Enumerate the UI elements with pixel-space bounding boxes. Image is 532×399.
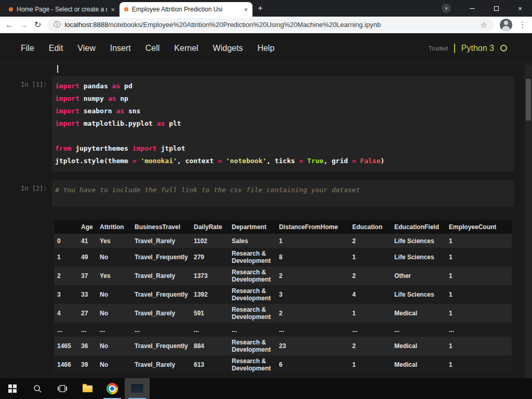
file-explorer-button[interactable] (75, 378, 100, 399)
table-cell: ... (276, 323, 349, 337)
table-row: 427NoTravel_Rarely591Research & Developm… (54, 304, 512, 323)
table-cell: 41 (78, 234, 97, 248)
start-button[interactable] (0, 378, 25, 399)
table-cell: 1102 (191, 234, 229, 248)
table-cell: 1373 (191, 267, 229, 285)
browser-tab-strip: Home Page - Select or create a no × Empl… (0, 0, 532, 17)
code-line: from jupyterthemes import jtplot (55, 142, 511, 155)
input-prompt: In [1]: (0, 76, 52, 171)
window-controls: ▾ × (442, 0, 532, 17)
chrome-taskbar-button[interactable] (100, 378, 125, 399)
table-cell: Research & Development (229, 304, 276, 323)
code-line: jtplot.style(theme = 'monokai', context … (55, 155, 511, 167)
table-cell: Sales (229, 234, 276, 248)
table-cell: 6 (276, 355, 349, 374)
code-line: import seaborn as sns (55, 105, 511, 117)
menu-cell[interactable]: Cell (145, 44, 160, 53)
back-button[interactable]: ← (5, 21, 14, 29)
taskbar-search-button[interactable] (25, 378, 50, 399)
table-cell: 0 (54, 234, 78, 248)
table-cell: 3 (276, 285, 349, 304)
table-cell: 27 (78, 304, 97, 323)
minimize-icon (470, 8, 475, 9)
table-cell: 1 (349, 248, 391, 267)
address-bar[interactable]: ⓘ localhost:8888/notebooks/Employee%20At… (47, 18, 494, 32)
browser-tab-home[interactable]: Home Page - Select or create a no × (4, 2, 119, 17)
tab-close-icon[interactable]: × (111, 6, 115, 14)
cell-above-remnant (0, 63, 532, 76)
table-cell: 1466 (54, 355, 78, 374)
tab-title: Home Page - Select or create a no (17, 6, 107, 13)
menu-insert[interactable]: Insert (110, 44, 131, 53)
close-button[interactable]: × (508, 0, 532, 17)
table-cell: ... (349, 323, 391, 337)
table-cell: 39 (78, 355, 97, 374)
kernel-name: Python 3 (461, 44, 494, 53)
table-cell: Travel_Frequently (131, 248, 191, 267)
active-app-taskbar-button[interactable] (125, 378, 150, 399)
table-cell: No (97, 337, 131, 355)
tab-search-button[interactable]: ▾ (442, 4, 451, 13)
table-cell: 8 (276, 248, 349, 267)
task-view-button[interactable] (50, 378, 75, 399)
site-info-icon[interactable]: ⓘ (54, 20, 60, 30)
tab-title: Employee Attrition Prediction Usi (132, 6, 240, 13)
maximize-button[interactable] (484, 0, 508, 17)
table-cell: 1 (446, 248, 512, 267)
table-cell: 49 (78, 248, 97, 267)
table-cell: Life Sciences (391, 248, 446, 267)
table-cell: ... (54, 323, 78, 337)
browser-tab-notebook[interactable]: Employee Attrition Prediction Usi × (119, 2, 252, 17)
table-cell: Research & Development (229, 248, 276, 267)
jupyter-favicon-icon (124, 7, 128, 11)
new-tab-button[interactable]: + (258, 3, 263, 14)
menu-view[interactable]: View (77, 44, 95, 53)
column-header: BusinessTravel (131, 220, 191, 234)
table-cell: ... (97, 323, 131, 337)
menu-kernel[interactable]: Kernel (174, 44, 198, 53)
menu-help[interactable]: Help (257, 44, 274, 53)
browser-toolbar: ← → ↻ ⓘ localhost:8888/notebooks/Employe… (0, 17, 532, 33)
table-row: 146536NoTravel_Frequently884Research & D… (54, 337, 512, 355)
app-window-icon (130, 383, 144, 394)
url-text[interactable]: localhost:8888/notebooks/Employee%20Attr… (64, 21, 476, 29)
table-cell: ... (446, 323, 512, 337)
code-cell-2: In [2]: # You have to include the full l… (0, 180, 532, 207)
table-cell: Life Sciences (391, 285, 446, 304)
table-cell: Medical (391, 355, 446, 374)
table-cell: Travel_Rarely (131, 355, 191, 374)
browser-menu-icon[interactable]: ⋮ (518, 20, 527, 30)
code-editor[interactable]: # You have to include the full link to t… (52, 180, 514, 207)
table-cell: 2 (54, 267, 78, 285)
table-cell: Travel_Rarely (131, 304, 191, 323)
tab-close-icon[interactable]: × (244, 6, 248, 14)
column-header: Age (78, 220, 97, 234)
code-cell-1: In [1]: import pandas as pdimport numpy … (0, 76, 532, 171)
bookmark-star-icon[interactable]: ☆ (481, 20, 487, 30)
kernel-status-icon (500, 45, 507, 51)
table-cell: 1 (446, 267, 512, 285)
cell-output-area: AgeAttritionBusinessTravelDailyRateDepar… (0, 220, 532, 374)
text-cursor (57, 65, 58, 73)
menu-edit[interactable]: Edit (49, 44, 63, 53)
code-line (55, 130, 511, 142)
table-cell: 1465 (54, 337, 78, 355)
url-path: /notebooks/Employee%20Attrition%20Predic… (108, 21, 381, 29)
scrollbar-thumb[interactable] (526, 79, 531, 121)
table-cell: Other (391, 267, 446, 285)
table-cell: ... (131, 323, 191, 337)
profile-avatar[interactable] (500, 19, 512, 31)
column-header (54, 220, 78, 234)
menu-file[interactable]: File (21, 44, 34, 53)
menu-widgets[interactable]: Widgets (213, 44, 243, 53)
column-header: DailyRate (191, 220, 229, 234)
refresh-button[interactable]: ↻ (34, 21, 41, 29)
table-cell: 2 (276, 304, 349, 323)
dataframe-body: 041YesTravel_Rarely1102Sales12Life Scien… (54, 234, 512, 374)
code-editor[interactable]: import pandas as pdimport numpy as npimp… (52, 76, 514, 171)
table-cell: Travel_Rarely (131, 267, 191, 285)
forward-button[interactable]: → (20, 21, 28, 29)
minimize-button[interactable] (460, 0, 484, 17)
notebook-scrollbar[interactable] (525, 64, 532, 378)
table-cell: 591 (191, 304, 229, 323)
